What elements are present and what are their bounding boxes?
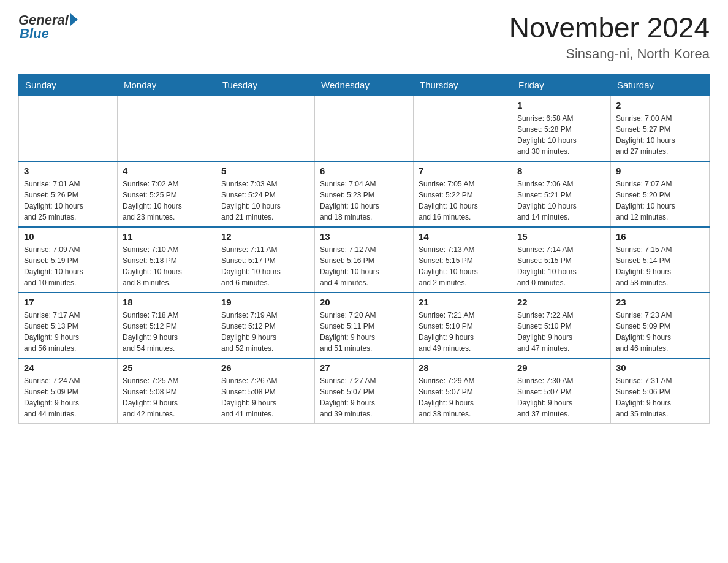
calendar-cell: 23Sunrise: 7:23 AM Sunset: 5:09 PM Dayli… [611, 293, 710, 358]
calendar-cell: 6Sunrise: 7:04 AM Sunset: 5:23 PM Daylig… [315, 161, 414, 227]
weekday-header-wednesday: Wednesday [315, 74, 414, 96]
calendar-table: SundayMondayTuesdayWednesdayThursdayFrid… [18, 74, 710, 424]
calendar-cell: 2Sunrise: 7:00 AM Sunset: 5:27 PM Daylig… [611, 96, 710, 161]
day-number: 8 [517, 166, 605, 176]
calendar-cell: 28Sunrise: 7:29 AM Sunset: 5:07 PM Dayli… [414, 358, 512, 424]
logo-arrow-icon [70, 13, 78, 26]
day-number: 16 [616, 231, 704, 242]
day-number: 21 [419, 297, 507, 307]
day-number: 25 [123, 362, 211, 373]
calendar-cell: 30Sunrise: 7:31 AM Sunset: 5:06 PM Dayli… [611, 358, 710, 424]
day-info: Sunrise: 7:25 AM Sunset: 5:08 PM Dayligh… [123, 375, 211, 419]
day-number: 28 [419, 362, 507, 373]
title-section: November 2024 Sinsang-ni, North Korea [509, 12, 710, 62]
weekday-header-row: SundayMondayTuesdayWednesdayThursdayFrid… [19, 74, 710, 96]
day-info: Sunrise: 7:31 AM Sunset: 5:06 PM Dayligh… [616, 375, 704, 419]
day-info: Sunrise: 7:09 AM Sunset: 5:19 PM Dayligh… [24, 244, 112, 288]
day-info: Sunrise: 7:10 AM Sunset: 5:18 PM Dayligh… [123, 244, 211, 288]
day-number: 12 [221, 231, 309, 242]
weekday-header-tuesday: Tuesday [216, 74, 315, 96]
calendar-cell: 7Sunrise: 7:05 AM Sunset: 5:22 PM Daylig… [414, 161, 512, 227]
day-number: 23 [616, 297, 704, 307]
day-number: 1 [517, 100, 605, 110]
calendar-cell: 16Sunrise: 7:15 AM Sunset: 5:14 PM Dayli… [611, 227, 710, 293]
day-info: Sunrise: 7:15 AM Sunset: 5:14 PM Dayligh… [616, 244, 704, 288]
calendar-cell: 20Sunrise: 7:20 AM Sunset: 5:11 PM Dayli… [315, 293, 414, 358]
day-info: Sunrise: 7:18 AM Sunset: 5:12 PM Dayligh… [123, 310, 211, 354]
calendar-cell [216, 96, 315, 161]
day-info: Sunrise: 7:02 AM Sunset: 5:25 PM Dayligh… [123, 178, 211, 223]
day-info: Sunrise: 7:14 AM Sunset: 5:15 PM Dayligh… [517, 244, 605, 288]
weekday-header-saturday: Saturday [611, 74, 710, 96]
calendar-cell: 10Sunrise: 7:09 AM Sunset: 5:19 PM Dayli… [19, 227, 118, 293]
calendar-cell: 15Sunrise: 7:14 AM Sunset: 5:15 PM Dayli… [512, 227, 611, 293]
day-info: Sunrise: 7:06 AM Sunset: 5:21 PM Dayligh… [517, 178, 605, 223]
day-number: 11 [123, 231, 211, 242]
day-number: 18 [123, 297, 211, 307]
day-info: Sunrise: 7:03 AM Sunset: 5:24 PM Dayligh… [221, 178, 309, 223]
logo: General Blue [18, 12, 78, 42]
day-info: Sunrise: 7:19 AM Sunset: 5:12 PM Dayligh… [221, 310, 309, 354]
day-info: Sunrise: 7:26 AM Sunset: 5:08 PM Dayligh… [221, 375, 309, 419]
day-info: Sunrise: 7:20 AM Sunset: 5:11 PM Dayligh… [320, 310, 408, 354]
day-info: Sunrise: 7:04 AM Sunset: 5:23 PM Dayligh… [320, 178, 408, 223]
calendar-cell: 4Sunrise: 7:02 AM Sunset: 5:25 PM Daylig… [118, 161, 216, 227]
day-number: 10 [24, 231, 112, 242]
day-info: Sunrise: 7:23 AM Sunset: 5:09 PM Dayligh… [616, 310, 704, 354]
calendar-cell: 11Sunrise: 7:10 AM Sunset: 5:18 PM Dayli… [118, 227, 216, 293]
page-header: General Blue November 2024 Sinsang-ni, N… [18, 12, 710, 62]
calendar-cell: 1Sunrise: 6:58 AM Sunset: 5:28 PM Daylig… [512, 96, 611, 161]
month-year-title: November 2024 [509, 12, 710, 44]
day-info: Sunrise: 7:24 AM Sunset: 5:09 PM Dayligh… [24, 375, 112, 419]
location-subtitle: Sinsang-ni, North Korea [509, 46, 710, 62]
day-info: Sunrise: 7:22 AM Sunset: 5:10 PM Dayligh… [517, 310, 605, 354]
day-number: 13 [320, 231, 408, 242]
day-info: Sunrise: 6:58 AM Sunset: 5:28 PM Dayligh… [517, 113, 605, 157]
calendar-cell [118, 96, 216, 161]
weekday-header-sunday: Sunday [19, 74, 118, 96]
calendar-cell [315, 96, 414, 161]
calendar-cell: 26Sunrise: 7:26 AM Sunset: 5:08 PM Dayli… [216, 358, 315, 424]
calendar-week-row: 1Sunrise: 6:58 AM Sunset: 5:28 PM Daylig… [19, 96, 710, 161]
calendar-cell: 24Sunrise: 7:24 AM Sunset: 5:09 PM Dayli… [19, 358, 118, 424]
calendar-cell: 14Sunrise: 7:13 AM Sunset: 5:15 PM Dayli… [414, 227, 512, 293]
calendar-cell [414, 96, 512, 161]
day-info: Sunrise: 7:11 AM Sunset: 5:17 PM Dayligh… [221, 244, 309, 288]
logo-blue-text: Blue [18, 26, 78, 42]
calendar-cell: 29Sunrise: 7:30 AM Sunset: 5:07 PM Dayli… [512, 358, 611, 424]
calendar-cell: 25Sunrise: 7:25 AM Sunset: 5:08 PM Dayli… [118, 358, 216, 424]
day-number: 19 [221, 297, 309, 307]
day-number: 7 [419, 166, 507, 176]
calendar-cell: 22Sunrise: 7:22 AM Sunset: 5:10 PM Dayli… [512, 293, 611, 358]
day-number: 4 [123, 166, 211, 176]
calendar-cell [19, 96, 118, 161]
day-info: Sunrise: 7:30 AM Sunset: 5:07 PM Dayligh… [517, 375, 605, 419]
calendar-cell: 21Sunrise: 7:21 AM Sunset: 5:10 PM Dayli… [414, 293, 512, 358]
calendar-cell: 8Sunrise: 7:06 AM Sunset: 5:21 PM Daylig… [512, 161, 611, 227]
day-info: Sunrise: 7:29 AM Sunset: 5:07 PM Dayligh… [419, 375, 507, 419]
calendar-cell: 19Sunrise: 7:19 AM Sunset: 5:12 PM Dayli… [216, 293, 315, 358]
weekday-header-friday: Friday [512, 74, 611, 96]
day-info: Sunrise: 7:00 AM Sunset: 5:27 PM Dayligh… [616, 113, 704, 157]
day-number: 5 [221, 166, 309, 176]
day-number: 27 [320, 362, 408, 373]
calendar-cell: 13Sunrise: 7:12 AM Sunset: 5:16 PM Dayli… [315, 227, 414, 293]
day-number: 29 [517, 362, 605, 373]
calendar-week-row: 3Sunrise: 7:01 AM Sunset: 5:26 PM Daylig… [19, 161, 710, 227]
day-info: Sunrise: 7:13 AM Sunset: 5:15 PM Dayligh… [419, 244, 507, 288]
day-info: Sunrise: 7:07 AM Sunset: 5:20 PM Dayligh… [616, 178, 704, 223]
day-number: 3 [24, 166, 112, 176]
day-info: Sunrise: 7:05 AM Sunset: 5:22 PM Dayligh… [419, 178, 507, 223]
day-info: Sunrise: 7:21 AM Sunset: 5:10 PM Dayligh… [419, 310, 507, 354]
day-number: 20 [320, 297, 408, 307]
calendar-cell: 18Sunrise: 7:18 AM Sunset: 5:12 PM Dayli… [118, 293, 216, 358]
day-number: 15 [517, 231, 605, 242]
calendar-cell: 27Sunrise: 7:27 AM Sunset: 5:07 PM Dayli… [315, 358, 414, 424]
weekday-header-thursday: Thursday [414, 74, 512, 96]
day-number: 17 [24, 297, 112, 307]
calendar-cell: 3Sunrise: 7:01 AM Sunset: 5:26 PM Daylig… [19, 161, 118, 227]
weekday-header-monday: Monday [118, 74, 216, 96]
day-number: 2 [616, 100, 704, 110]
calendar-cell: 12Sunrise: 7:11 AM Sunset: 5:17 PM Dayli… [216, 227, 315, 293]
calendar-cell: 17Sunrise: 7:17 AM Sunset: 5:13 PM Dayli… [19, 293, 118, 358]
